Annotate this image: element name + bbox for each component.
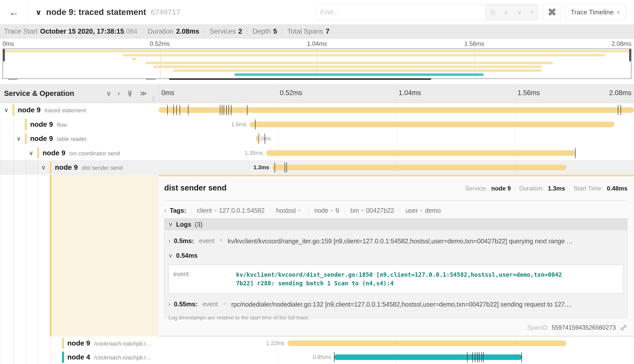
span-row[interactable]: ∨ node 9traced statement bbox=[0, 103, 634, 117]
log-entry[interactable]: › 0.5ms: event= kv/kvclient/kvcoord/rang… bbox=[164, 230, 627, 245]
collapse-all-icon[interactable]: ≫ bbox=[126, 90, 134, 97]
depth-label: Depth bbox=[252, 28, 271, 35]
services-label: Services bbox=[209, 28, 236, 35]
span-bar-cell[interactable]: 1.22ms bbox=[159, 336, 634, 350]
top-bar: ← ∨ node 9: traced statement 6749717 ◎ ∧… bbox=[0, 0, 634, 25]
span-row[interactable]: node 9flow 1.6ms bbox=[0, 117, 634, 132]
service-color-bar bbox=[25, 119, 27, 130]
service-color-bar bbox=[37, 147, 39, 159]
locate-icon[interactable]: ◎ bbox=[490, 8, 496, 16]
span-bar[interactable] bbox=[334, 354, 522, 360]
minimap-span bbox=[153, 66, 542, 68]
minimap-left-scrubber[interactable] bbox=[3, 49, 5, 61]
minimap-span bbox=[123, 54, 605, 56]
log-event-tick bbox=[231, 105, 231, 115]
span-name-cell[interactable]: ∨ node 9traced statement bbox=[0, 103, 159, 117]
expand-collapse-controls: ∨ › ≫ ≫ bbox=[106, 84, 147, 103]
span-name-cell[interactable]: ∨ node 9table reader bbox=[0, 132, 159, 146]
span-bar[interactable] bbox=[266, 150, 576, 156]
log-entry[interactable]: › 0.55ms: event= rpc/nodedialer/nodedial… bbox=[164, 293, 627, 308]
chevron-down-icon[interactable]: ∨ bbox=[35, 8, 41, 17]
keyboard-shortcuts-button[interactable]: ⌘ bbox=[543, 4, 561, 20]
minimap-drag-tab[interactable] bbox=[146, 78, 156, 80]
log-event-tick bbox=[247, 105, 247, 115]
trace-minimap[interactable]: 0ms 0.52ms 1.04ms 1.56ms 2.08ms bbox=[0, 39, 634, 84]
clear-search-icon[interactable]: × bbox=[530, 8, 534, 16]
span-name-cell[interactable]: node 9flow bbox=[0, 117, 159, 132]
log-event-tick bbox=[220, 105, 220, 115]
column-resize-grip[interactable]: || bbox=[152, 95, 156, 102]
span-bar-cell[interactable]: 1.3ms bbox=[159, 160, 634, 175]
view-select-label: Trace Timeline bbox=[571, 8, 614, 16]
span-detail-zone: dist sender send Service:node 9 Duration… bbox=[0, 175, 634, 336]
next-result-icon[interactable]: ∨ bbox=[517, 8, 522, 16]
view-select[interactable]: Trace Timeline ∨ bbox=[565, 4, 626, 20]
tag-item: hostssl= bbox=[270, 207, 308, 214]
minimap-canvas[interactable] bbox=[3, 49, 631, 79]
span-row[interactable]: ∨ node 9txn coordinator send 1.35ms bbox=[0, 146, 634, 160]
span-bar[interactable] bbox=[256, 136, 258, 141]
span-row-selected[interactable]: ∨ node 9dist sender send 1.3ms bbox=[0, 160, 634, 175]
logs-header[interactable]: ∨ Logs (3) bbox=[164, 219, 627, 230]
detail-left-gutter bbox=[0, 175, 159, 336]
chevron-right-icon: › bbox=[168, 301, 170, 308]
span-bar-cell[interactable]: 0.85ms bbox=[159, 350, 634, 364]
span-name-cell[interactable]: ∨ node 9txn coordinator send bbox=[0, 146, 159, 160]
prev-result-icon[interactable]: ∧ bbox=[504, 8, 509, 16]
operation-name: table reader bbox=[57, 136, 87, 142]
tags-row[interactable]: › Tags: client=127.0.0.1:54582 hostssl= … bbox=[164, 205, 627, 216]
span-name-cell[interactable]: ∨ node 9dist sender send bbox=[0, 160, 159, 175]
expand-one-icon[interactable]: › bbox=[118, 90, 120, 97]
chevron-right-icon[interactable]: › bbox=[164, 207, 166, 214]
span-bar[interactable] bbox=[249, 122, 615, 127]
services-value: 2 bbox=[238, 28, 242, 35]
span-bar-cell[interactable]: 0ms bbox=[159, 132, 634, 146]
span-id-value: 5597415943526560273 bbox=[552, 324, 616, 331]
expand-all-icon[interactable]: ≫ bbox=[140, 90, 147, 97]
span-row[interactable]: node 4/cockroach.roachpb.I… 0.85ms bbox=[0, 350, 634, 364]
chevron-down-icon[interactable]: ∨ bbox=[4, 106, 9, 114]
span-bar-cell[interactable]: 1.35ms bbox=[159, 146, 634, 160]
chevron-down-icon[interactable]: ∨ bbox=[41, 164, 46, 171]
chevron-down-icon[interactable]: ∨ bbox=[16, 135, 21, 142]
tags-label: Tags: bbox=[170, 207, 186, 214]
span-row[interactable]: ∨ node 9table reader 0ms bbox=[0, 132, 634, 146]
span-bar[interactable] bbox=[272, 165, 566, 170]
log-event-tick bbox=[334, 352, 334, 362]
find-group: ◎ ∧ ∨ × bbox=[315, 4, 538, 20]
span-bar[interactable] bbox=[159, 107, 634, 113]
log-detail-table: event kv/kvclient/kvcoord/dist_sender.go… bbox=[168, 265, 623, 293]
trace-title-group[interactable]: ∨ node 9: traced statement 6749717 bbox=[35, 0, 180, 24]
back-button[interactable]: ← bbox=[0, 0, 28, 24]
selected-span-color-strip bbox=[50, 175, 52, 336]
operation-name: /cockroach.roachpb.I… bbox=[94, 340, 151, 347]
log-event-tick bbox=[274, 162, 275, 173]
collapse-one-icon[interactable]: ∨ bbox=[106, 90, 111, 97]
log-event-tick bbox=[472, 352, 473, 362]
span-bar-cell[interactable] bbox=[159, 103, 634, 117]
span-duration-label: 1.6ms bbox=[159, 117, 249, 132]
log-event-tick bbox=[285, 162, 285, 173]
detail-meta: Service:node 9 Duration:1.3ms Start Time… bbox=[465, 185, 627, 192]
span-row[interactable]: node 9/cockroach.roachpb.I… 1.22ms bbox=[0, 336, 634, 350]
chevron-down-icon[interactable]: ∨ bbox=[29, 149, 33, 157]
service-name: node 4/cockroach.roachpb.I… bbox=[67, 353, 151, 361]
trace-id: 6749717 bbox=[151, 8, 180, 16]
log-event-tick bbox=[173, 105, 174, 115]
log-event-tick bbox=[167, 105, 168, 115]
service-name: node 9table reader bbox=[30, 135, 87, 143]
span-name-cell[interactable]: node 4/cockroach.roachpb.I… bbox=[0, 350, 159, 364]
copy-link-icon[interactable] bbox=[620, 324, 627, 331]
find-input[interactable] bbox=[316, 4, 485, 20]
span-name-cell[interactable]: node 9/cockroach.roachpb.I… bbox=[0, 336, 159, 350]
span-bar-cell[interactable]: 1.6ms bbox=[159, 117, 634, 132]
span-duration-label: 1.3ms bbox=[159, 160, 272, 175]
operation-name: txn coordinator send bbox=[69, 150, 120, 157]
minimap-drag-tab[interactable] bbox=[8, 78, 17, 80]
span-bar[interactable] bbox=[287, 340, 566, 346]
minimap-right-scrubber[interactable] bbox=[629, 49, 631, 61]
log-entry-expanded[interactable]: ∨ 0.54ms bbox=[164, 245, 627, 260]
tag-item: txn=00427b22 bbox=[345, 207, 400, 214]
chevron-down-icon: ∨ bbox=[168, 252, 173, 260]
log-event-tick bbox=[521, 352, 522, 362]
